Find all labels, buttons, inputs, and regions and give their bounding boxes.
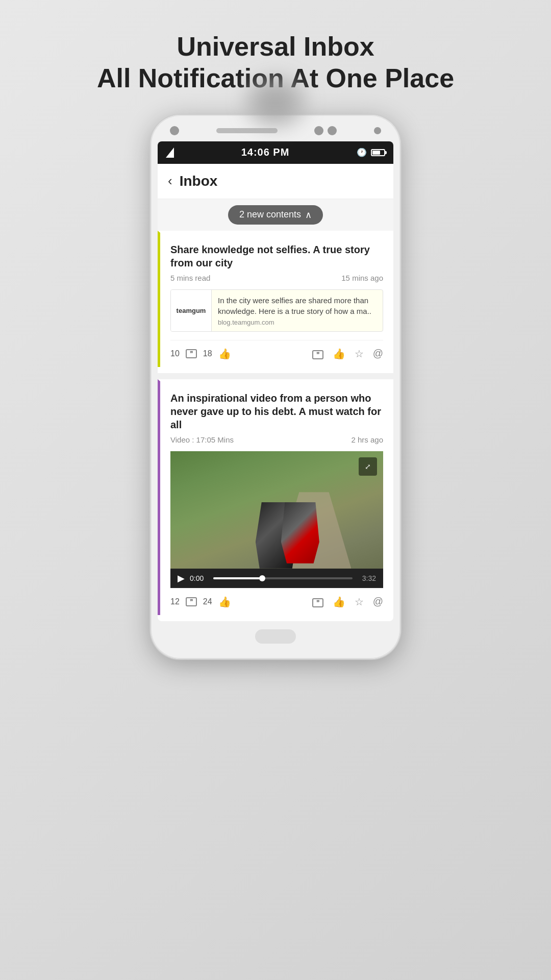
card2-comment-count: 12 — [170, 597, 180, 606]
shoe-right — [281, 502, 319, 564]
video-controls: ▶ 0:00 3:32 — [170, 569, 383, 588]
expand-icon: ⤢ — [365, 462, 371, 471]
card1-meta: 5 mins read 15 mins ago — [170, 274, 383, 282]
play-button[interactable]: ▶ — [178, 573, 185, 584]
home-button[interactable] — [255, 629, 296, 644]
clock-icon: 🕐 — [357, 148, 367, 157]
card2-star-icon[interactable]: ☆ — [355, 596, 364, 608]
phone-screen: 14:06 PM 🕐 ‹ Inbox 2 new contents ∧ — [158, 141, 393, 621]
card1-like-icon[interactable]: 👍 — [333, 348, 345, 360]
battery-icon — [371, 149, 385, 156]
card1-action-right: ❞ 👍 ☆ @ — [312, 348, 383, 360]
title-line1: Universal Inbox — [177, 32, 374, 61]
phone-bottom — [158, 621, 393, 644]
quote-icon: ❞ — [190, 350, 193, 357]
teamgum-logo-text: teamgum — [177, 307, 206, 314]
card2-action-right: ❞ 👍 ☆ @ — [312, 596, 383, 608]
card1-actions: 10 ❞ 18 👍 ❞ 👍 ☆ — [170, 340, 383, 367]
card1-repost-count: 18 — [203, 349, 212, 358]
video-progress-thumb — [259, 575, 265, 581]
card2-meta: Video : 17:05 Mins 2 hrs ago — [170, 435, 383, 444]
chevron-up-icon: ∧ — [305, 209, 312, 220]
card1-action-left: 10 ❞ 18 👍 — [170, 348, 231, 360]
card2-comment-icon[interactable]: ❞ — [186, 597, 197, 606]
app-header: ‹ Inbox — [158, 164, 393, 199]
video-thumbnail[interactable]: ⤢ — [170, 451, 383, 569]
card1-comment-icon[interactable]: ❞ — [186, 349, 197, 358]
avatar-blur — [242, 74, 309, 130]
comment-box-icon3: ❞ — [312, 598, 323, 607]
status-icons: 🕐 — [357, 148, 385, 157]
content-card-2: An inspirational video from a person who… — [158, 379, 393, 615]
phone-mockup: 14:06 PM 🕐 ‹ Inbox 2 new contents ∧ — [151, 115, 400, 659]
link-preview-logo: teamgum — [171, 290, 212, 331]
card1-mention-icon[interactable]: @ — [373, 348, 383, 359]
card1-title: Share knowledge not selfies. A true stor… — [170, 243, 383, 270]
card2-comment2-icon[interactable]: ❞ — [312, 596, 323, 607]
card2-thumbsup-icon[interactable]: 👍 — [218, 596, 231, 608]
video-expand-button[interactable]: ⤢ — [359, 457, 377, 476]
video-time-end: 3:32 — [358, 574, 376, 582]
new-contents-label: 2 new contents — [239, 209, 301, 220]
status-time: 14:06 PM — [241, 146, 290, 158]
card2-actions: 12 ❞ 24 👍 ❞ 👍 ☆ — [170, 588, 383, 615]
new-contents-pill[interactable]: 2 new contents ∧ — [228, 205, 323, 225]
phone-dot1 — [314, 126, 323, 135]
quote2-icon: ❞ — [316, 351, 319, 358]
card2-action-left: 12 ❞ 24 👍 — [170, 596, 231, 608]
inbox-title: Inbox — [180, 173, 218, 189]
card2-like-icon[interactable]: 👍 — [333, 596, 345, 608]
card1-thumbsup-icon[interactable]: 👍 — [218, 348, 231, 360]
video-time-start: 0:00 — [190, 574, 208, 582]
card1-star-icon[interactable]: ☆ — [355, 348, 364, 360]
link-preview-url: blog.teamgum.com — [218, 318, 377, 326]
card1-comment-count: 10 — [170, 349, 180, 358]
status-bar: 14:06 PM 🕐 — [158, 141, 393, 164]
phone-shell: 14:06 PM 🕐 ‹ Inbox 2 new contents ∧ — [151, 115, 400, 659]
phone-camera — [170, 126, 179, 135]
phone-dot2 — [328, 126, 337, 135]
card1-read-time: 5 mins read — [170, 274, 210, 282]
card1-time-ago: 15 mins ago — [341, 274, 383, 282]
back-button[interactable]: ‹ — [168, 173, 172, 189]
card2-video-label: Video : 17:05 Mins — [170, 435, 234, 444]
quote3-icon: ❞ — [190, 598, 193, 605]
card1-link-preview[interactable]: teamgum In the city were selfies are sha… — [170, 289, 383, 332]
card2-mention-icon[interactable]: @ — [373, 596, 383, 607]
video-progress-bar[interactable] — [213, 577, 353, 579]
link-preview-text-block: In the city were selfies are shared more… — [212, 290, 383, 331]
link-preview-description: In the city were selfies are shared more… — [218, 295, 377, 316]
battery-fill — [372, 151, 380, 155]
card2-time-ago: 2 hrs ago — [351, 435, 383, 444]
quote4-icon: ❞ — [316, 599, 319, 606]
new-contents-banner: 2 new contents ∧ — [158, 199, 393, 231]
phone-dot3 — [374, 127, 381, 134]
video-progress-fill — [213, 577, 262, 579]
card-separator — [158, 373, 393, 379]
card1-comment2-icon[interactable]: ❞ — [312, 348, 323, 359]
content-card-1: Share knowledge not selfies. A true stor… — [158, 231, 393, 367]
signal-icon — [166, 148, 174, 158]
comment-box-icon2: ❞ — [312, 350, 323, 359]
card2-title: An inspirational video from a person who… — [170, 391, 383, 431]
card2-repost-count: 24 — [203, 597, 212, 606]
